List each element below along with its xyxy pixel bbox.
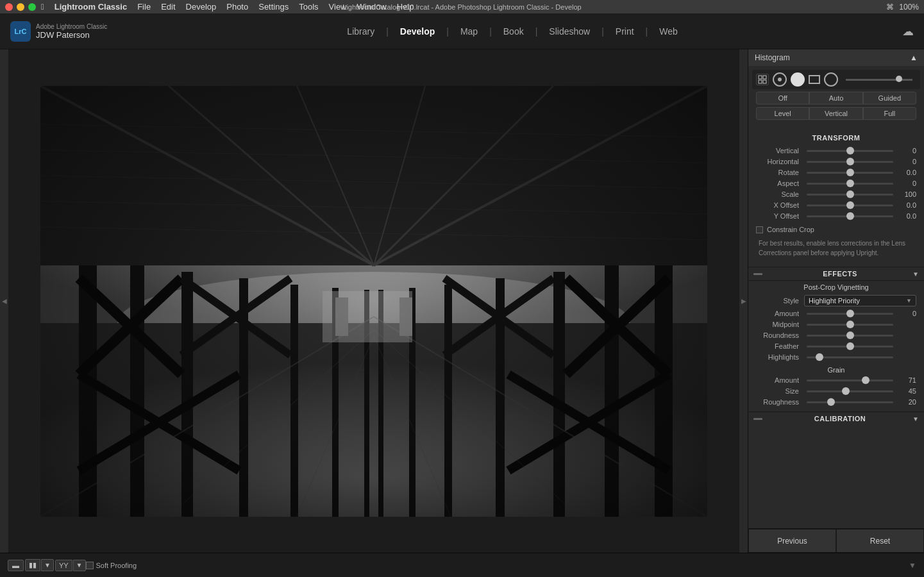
rotate-slider-row: Rotate 0.0: [752, 169, 920, 176]
vertical-value: 0: [896, 147, 916, 155]
yoffset-slider-thumb[interactable]: [846, 212, 854, 220]
xoffset-slider-thumb[interactable]: [846, 201, 854, 209]
aspect-slider-track[interactable]: [807, 183, 893, 185]
tab-web[interactable]: Web: [650, 24, 687, 39]
tab-map[interactable]: Map: [451, 24, 487, 39]
soft-proofing-checkbox-row[interactable]: Soft Proofing: [86, 562, 137, 569]
brush-tool-button[interactable]: [791, 72, 805, 87]
vignette-midpoint-track[interactable]: [807, 324, 893, 326]
radial-tool-button[interactable]: [824, 72, 838, 87]
soft-proofing-checkbox[interactable]: [86, 562, 94, 569]
tab-develop[interactable]: Develop: [391, 24, 444, 39]
grid-tool-button[interactable]: [756, 74, 769, 85]
auto-button[interactable]: Auto: [809, 92, 862, 105]
histogram-section: Off Auto Guided Level Vertical Full: [748, 66, 924, 128]
grain-size-thumb[interactable]: [842, 387, 850, 395]
vignette-roundness-track[interactable]: [807, 335, 893, 337]
menu-tools[interactable]: Tools: [299, 2, 318, 12]
vignette-midpoint-thumb[interactable]: [846, 321, 854, 328]
crop-tool-button[interactable]: [773, 72, 787, 87]
style-dropdown[interactable]: Highlight Priority ▼: [804, 295, 916, 306]
horizontal-slider-thumb[interactable]: [846, 158, 854, 165]
constrain-crop-checkbox[interactable]: [756, 226, 763, 233]
rotate-slider-track[interactable]: [807, 172, 893, 174]
guided-button[interactable]: Guided: [863, 92, 916, 105]
calibration-panel-header[interactable]: Calibration ▼: [748, 412, 924, 425]
grain-amount-thumb[interactable]: [862, 376, 869, 384]
yoffset-value: 0.0: [896, 212, 916, 220]
grain-amount-label: Amount: [756, 376, 804, 384]
rotate-value: 0.0: [896, 169, 916, 176]
grid-view-group: ▮▮ ▼: [25, 559, 54, 571]
minimize-button[interactable]: [17, 3, 24, 11]
svg-rect-52: [759, 76, 762, 79]
full-button[interactable]: Full: [863, 107, 916, 120]
grain-size-row: Size 45: [752, 387, 920, 395]
photo-canvas[interactable]: [40, 86, 707, 517]
constrain-crop-row[interactable]: Constrain Crop: [752, 223, 920, 236]
effects-minimize-icon[interactable]: [753, 273, 762, 275]
compare-view-arrow[interactable]: ▼: [73, 560, 86, 571]
maximize-button[interactable]: [28, 3, 36, 11]
vignette-amount-thumb[interactable]: [846, 310, 854, 317]
close-button[interactable]: [5, 3, 13, 11]
scale-slider-track[interactable]: [807, 194, 893, 196]
vignette-highlights-track[interactable]: [807, 356, 893, 358]
vignette-feather-thumb[interactable]: [846, 342, 854, 350]
grain-amount-track[interactable]: [807, 380, 893, 381]
vignette-roundness-row: Roundness: [752, 331, 920, 339]
off-button[interactable]: Off: [756, 92, 809, 105]
level-button[interactable]: Level: [756, 107, 809, 120]
grid-view-arrow[interactable]: ▼: [41, 559, 54, 571]
header-right: ☁: [902, 24, 914, 38]
tab-library[interactable]: Library: [338, 24, 383, 39]
panel-scroll-area[interactable]: Histogram ▲: [748, 49, 924, 528]
grid-view-button[interactable]: ▮▮: [25, 559, 40, 571]
menu-file[interactable]: File: [137, 2, 151, 12]
level-buttons: Level Vertical Full: [756, 107, 916, 120]
compare-view-button[interactable]: YY: [55, 560, 72, 571]
tone-curve-slider-thumb[interactable]: [896, 76, 902, 82]
rotate-slider-thumb[interactable]: [846, 169, 854, 176]
effects-panel-header[interactable]: Effects ▼: [748, 267, 924, 281]
vignette-roundness-thumb[interactable]: [846, 331, 854, 339]
menu-settings[interactable]: Settings: [258, 2, 289, 12]
vignette-feather-track[interactable]: [807, 346, 893, 347]
tab-book[interactable]: Book: [494, 24, 533, 39]
effects-collapse-icon: ▼: [912, 271, 919, 278]
menu-edit[interactable]: Edit: [161, 2, 175, 12]
menu-lightroom[interactable]: Lightroom Classic: [55, 2, 127, 12]
aspect-value: 0: [896, 180, 916, 187]
right-panel-toggle[interactable]: ▶: [739, 49, 748, 553]
vignette-amount-track[interactable]: [807, 313, 893, 315]
horizontal-slider-track[interactable]: [807, 161, 893, 163]
menu-photo[interactable]: Photo: [226, 2, 248, 12]
vignette-feather-label: Feather: [756, 342, 804, 350]
scale-slider-thumb[interactable]: [846, 190, 854, 198]
yoffset-slider-track[interactable]: [807, 215, 893, 217]
single-view-button[interactable]: ▬: [8, 560, 24, 571]
rect-tool-button[interactable]: [809, 75, 820, 84]
calibration-minimize-icon[interactable]: [753, 418, 762, 420]
aspect-slider-thumb[interactable]: [846, 180, 854, 187]
filmstrip-toggle-icon[interactable]: ▼: [909, 561, 916, 570]
tab-print[interactable]: Print: [607, 24, 643, 39]
tab-slideshow[interactable]: Slideshow: [540, 24, 599, 39]
menu-develop[interactable]: Develop: [186, 2, 217, 12]
grain-size-track[interactable]: [807, 390, 893, 392]
grain-roughness-track[interactable]: [807, 401, 893, 403]
vertical-label: Vertical: [756, 147, 804, 155]
histogram-panel-header[interactable]: Histogram ▲: [748, 49, 924, 66]
xoffset-slider-track[interactable]: [807, 205, 893, 206]
grain-roughness-thumb[interactable]: [827, 398, 835, 406]
vignette-highlights-thumb[interactable]: [816, 353, 823, 361]
left-panel-toggle[interactable]: ◀: [0, 49, 9, 553]
vertical-slider-thumb[interactable]: [846, 147, 854, 155]
cloud-sync-icon[interactable]: ☁: [902, 24, 914, 38]
previous-button[interactable]: Previous: [748, 529, 836, 553]
reset-button[interactable]: Reset: [836, 529, 924, 553]
tone-curve-slider-track[interactable]: [846, 79, 912, 81]
vertical-button[interactable]: Vertical: [809, 107, 862, 120]
menu-apple[interactable]: : [41, 2, 44, 12]
vertical-slider-track[interactable]: [807, 150, 893, 152]
